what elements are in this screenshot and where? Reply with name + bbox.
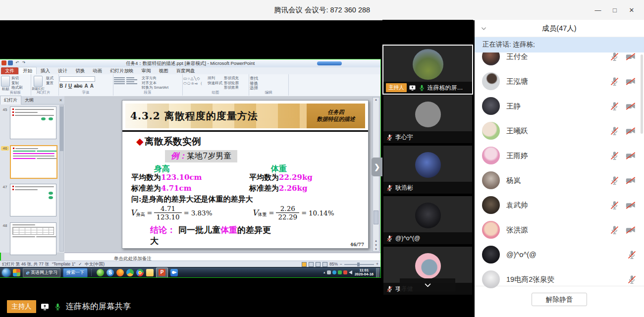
mic-muted-icon[interactable]	[386, 134, 393, 141]
camera-muted-icon[interactable]	[624, 151, 637, 161]
slide-canvas[interactable]: 4.3.2 离散程度的度量方法 任务四 数据特征的描述 ◆离散系数实例 例：某地…	[122, 100, 369, 249]
tab-design[interactable]: 设计	[54, 67, 71, 74]
strikethrough-button[interactable]: abc	[74, 83, 82, 89]
minimize-button[interactable]: —	[590, 6, 606, 14]
close-button[interactable]: ✕	[623, 6, 640, 14]
cut-button[interactable]: 剪切	[11, 76, 23, 81]
member-row[interactable]: 杨岚	[475, 168, 644, 193]
slideshow-view-icon[interactable]	[322, 262, 327, 267]
firefox-icon[interactable]	[116, 269, 124, 276]
mic-muted-icon[interactable]	[609, 175, 620, 186]
bullet-list-icon[interactable]	[114, 77, 125, 84]
tab-animations[interactable]: 动画	[89, 67, 106, 74]
app-icon-360[interactable]	[13, 269, 20, 276]
format-painter-button[interactable]: 格式刷	[11, 86, 23, 90]
align-text-button[interactable]: 对齐文本	[142, 81, 168, 86]
next-slide-icon[interactable]: ▼	[373, 244, 379, 247]
mic-muted-icon[interactable]	[609, 151, 620, 161]
taskbar-powerpoint-active[interactable]: P	[156, 267, 168, 278]
camera-muted-icon[interactable]	[624, 126, 637, 136]
taskbar-search-button[interactable]: 搜索一下	[63, 268, 88, 277]
slide-thumbnail[interactable]: 48	[0, 222, 58, 258]
mic-muted-icon[interactable]	[386, 184, 393, 192]
reading-view-icon[interactable]	[316, 262, 321, 267]
video-tile-host[interactable]: 主持人 连薛栋的屏…	[382, 45, 473, 95]
tab-file[interactable]: 文件	[1, 67, 18, 74]
tab-review[interactable]: 审阅	[138, 67, 155, 74]
paste-icon[interactable]	[1, 76, 10, 87]
start-button[interactable]	[2, 268, 10, 277]
mic-muted-icon[interactable]	[386, 285, 393, 293]
maximize-button[interactable]: □	[606, 6, 623, 14]
text-direction-button[interactable]: 文字方向	[142, 76, 168, 81]
notes-pane[interactable]: 单击此处添加备注	[64, 253, 380, 261]
member-row[interactable]: 袁武帅	[475, 193, 644, 217]
new-slide-icon[interactable]	[34, 76, 43, 87]
grow-font-button[interactable]: A	[84, 83, 88, 89]
find-button[interactable]: 查找	[250, 76, 258, 81]
360chrome-icon[interactable]	[126, 269, 134, 276]
chrome-icon[interactable]	[136, 269, 144, 276]
camera-muted-icon[interactable]	[624, 225, 637, 235]
layout-button[interactable]: 版式	[46, 76, 54, 81]
camera-muted-icon[interactable]	[624, 175, 637, 186]
mic-muted-icon[interactable]	[627, 250, 637, 260]
taskbar-clock[interactable]: 11:012020-04-16	[355, 268, 374, 276]
member-row[interactable]: @)^o^(@	[475, 242, 644, 267]
arrange-button[interactable]: 排列	[208, 76, 222, 81]
underline-button[interactable]: U	[68, 83, 72, 89]
tray-icon[interactable]	[343, 270, 347, 274]
sorter-view-icon[interactable]	[309, 262, 314, 267]
show-desktop-button[interactable]	[376, 268, 379, 277]
mic-on-icon[interactable]	[418, 84, 426, 92]
sogou-icon[interactable]: S	[107, 269, 114, 276]
tray-icon[interactable]	[338, 270, 342, 274]
zoom-slider[interactable]	[344, 264, 374, 265]
member-row[interactable]: 王泓塘	[475, 69, 644, 94]
pane-close-icon[interactable]: ✕	[59, 98, 62, 103]
collapse-videos-button[interactable]	[400, 278, 455, 292]
meeting-app-icon[interactable]	[170, 269, 178, 276]
pane-tab-outline[interactable]: 大纲	[21, 96, 37, 105]
quick-styles-button[interactable]: 快速样式	[208, 81, 222, 86]
normal-view-icon[interactable]	[302, 262, 307, 267]
mic-muted-icon[interactable]	[627, 274, 637, 285]
tab-baidu-netdisk[interactable]: 百度网盘	[172, 67, 199, 74]
camera-muted-icon[interactable]	[624, 101, 637, 111]
expand-panel-button[interactable]: ❯	[372, 158, 382, 176]
pane-scrollbar[interactable]	[59, 105, 64, 252]
member-row[interactable]: 张洪源	[475, 217, 644, 242]
scroll-up-icon[interactable]: ▲	[373, 98, 379, 101]
scroll-down-icon[interactable]: ▼	[373, 248, 379, 251]
bold-button[interactable]: B	[59, 83, 63, 89]
select-button[interactable]: 选择	[250, 86, 258, 90]
tray-expand-icon[interactable]: ▴	[323, 270, 325, 274]
mic-muted-icon[interactable]	[609, 200, 620, 211]
member-row[interactable]: 王曦跃	[475, 118, 644, 143]
shapes-gallery[interactable]: ▭○△╲◇⬭⬠☆⇨（	[183, 76, 206, 86]
tray-icon[interactable]	[327, 270, 331, 274]
tab-view[interactable]: 视图	[155, 67, 172, 74]
shape-outline-button[interactable]: 形状轮廓	[224, 81, 239, 86]
reset-button[interactable]: 重置	[46, 81, 54, 86]
video-tile[interactable]: 耿浩彬	[383, 146, 472, 194]
tab-home[interactable]: 开始	[18, 67, 37, 74]
mic-muted-icon[interactable]	[609, 126, 620, 136]
shrink-font-button[interactable]: A	[90, 83, 94, 89]
slide-thumbnail[interactable]: 45	[0, 106, 58, 142]
smartart-button[interactable]: 转换为 SmartArt	[142, 86, 168, 90]
video-tile[interactable]: @)^o^(@	[383, 196, 472, 244]
tab-insert[interactable]: 插入	[37, 67, 54, 74]
browser-360-icon[interactable]	[97, 269, 104, 276]
camera-muted-icon[interactable]	[624, 52, 637, 62]
font-name-box[interactable]	[59, 76, 95, 82]
copy-button[interactable]: 复制	[11, 81, 23, 86]
member-row[interactable]: 19电商2张泉荧	[475, 267, 644, 292]
italic-button[interactable]: I	[65, 83, 66, 89]
camera-muted-icon[interactable]	[624, 76, 637, 87]
slide-thumbnail[interactable]: 47	[0, 184, 58, 219]
explorer-icon[interactable]	[146, 269, 154, 276]
volume-icon[interactable]	[349, 270, 352, 274]
tab-slideshow[interactable]: 幻灯片放映	[106, 67, 138, 74]
shape-fill-button[interactable]: 形状填充	[224, 76, 239, 81]
